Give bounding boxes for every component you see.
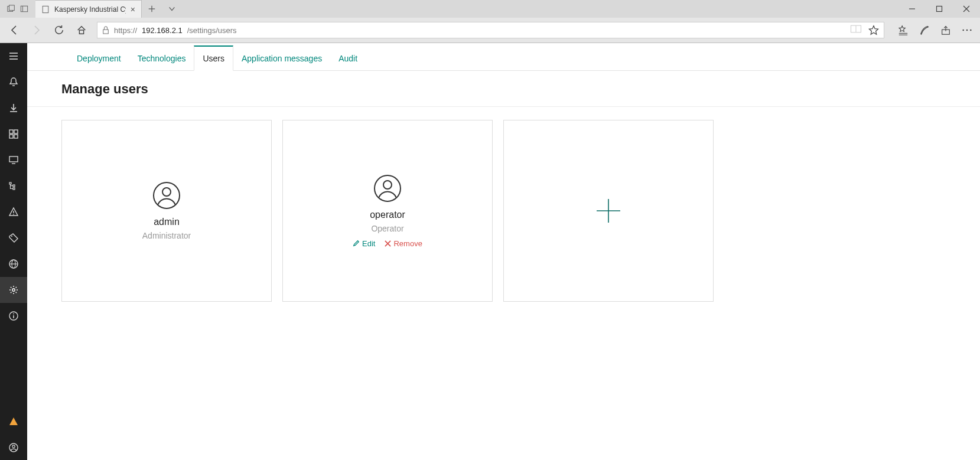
- svg-point-22: [966, 30, 968, 31]
- window-close-button[interactable]: [953, 0, 980, 18]
- tab-audit[interactable]: Audit: [330, 47, 366, 70]
- user-cards: admin Administrator operator Operator Ed…: [27, 107, 980, 315]
- svg-rect-12: [103, 30, 109, 34]
- plus-icon: [595, 197, 622, 224]
- svg-point-42: [13, 214, 14, 215]
- page-icon: [41, 5, 50, 14]
- tab-close-icon[interactable]: ×: [131, 5, 135, 14]
- user-name: admin: [154, 217, 180, 227]
- sidebar-menu-icon[interactable]: [0, 43, 27, 69]
- window-maximize-button[interactable]: [926, 0, 953, 18]
- page-header: Manage users: [27, 71, 980, 107]
- avatar-icon: [152, 181, 181, 210]
- window-controls: [898, 0, 980, 18]
- svg-marker-16: [899, 26, 905, 32]
- svg-rect-11: [79, 30, 83, 34]
- browser-tab[interactable]: Kaspersky Industrial Cyb ×: [35, 0, 142, 18]
- svg-rect-30: [9, 130, 13, 133]
- url-prefix: https://: [114, 26, 137, 35]
- user-role: Operator: [371, 224, 403, 233]
- forward-button[interactable]: [30, 23, 44, 37]
- tab-dropdown-icon[interactable]: [162, 0, 182, 18]
- address-bar[interactable]: https://192.168.2.1/settings/users: [97, 22, 884, 38]
- svg-point-23: [970, 30, 972, 31]
- pencil-icon: [353, 240, 360, 247]
- tab-aside-icons[interactable]: [0, 0, 35, 18]
- tab-users[interactable]: Users: [194, 45, 233, 71]
- svg-rect-37: [13, 185, 15, 187]
- sidebar-download-icon[interactable]: [0, 95, 27, 121]
- browser-chrome: Kaspersky Industrial Cyb × https://192.1…: [0, 0, 980, 43]
- reading-view-icon[interactable]: [851, 25, 861, 33]
- tab-application-messages[interactable]: Application messages: [233, 47, 330, 70]
- favorites-list-icon[interactable]: [897, 25, 909, 35]
- svg-rect-33: [14, 135, 18, 138]
- user-role: Administrator: [142, 231, 191, 240]
- more-icon[interactable]: [961, 25, 973, 35]
- sidebar-info-icon[interactable]: [0, 303, 27, 329]
- svg-point-47: [12, 289, 15, 291]
- sidebar: [0, 43, 27, 460]
- sidebar-tree-icon[interactable]: [0, 173, 27, 199]
- sidebar-tag-icon[interactable]: [0, 225, 27, 251]
- svg-rect-38: [13, 188, 15, 190]
- svg-point-52: [12, 445, 15, 448]
- window-minimize-button[interactable]: [898, 0, 926, 18]
- svg-rect-2: [21, 6, 27, 12]
- svg-point-49: [13, 314, 14, 315]
- sidebar-alert-icon[interactable]: [0, 199, 27, 225]
- user-actions: Edit Remove: [353, 239, 422, 248]
- svg-point-54: [162, 188, 171, 196]
- sidebar-monitor-icon[interactable]: [0, 147, 27, 173]
- user-card-admin[interactable]: admin Administrator: [61, 120, 272, 302]
- back-button[interactable]: [7, 23, 21, 37]
- svg-rect-8: [937, 6, 942, 12]
- settings-tabs: Deployment Technologies Users Applicatio…: [27, 43, 980, 71]
- favorite-star-icon[interactable]: [868, 25, 879, 35]
- svg-point-21: [962, 30, 964, 31]
- page-title: Manage users: [61, 81, 946, 97]
- add-user-card[interactable]: [503, 120, 714, 302]
- lock-icon: [102, 26, 109, 34]
- remove-user-button[interactable]: Remove: [385, 239, 422, 248]
- url-host: 192.168.2.1: [142, 26, 183, 35]
- svg-rect-34: [9, 156, 18, 162]
- svg-rect-32: [9, 135, 13, 138]
- user-card-operator[interactable]: operator Operator Edit Remove: [282, 120, 493, 302]
- refresh-button[interactable]: [52, 23, 66, 37]
- home-button[interactable]: [74, 23, 89, 37]
- sidebar-warning-icon[interactable]: [0, 409, 27, 435]
- tab-technologies[interactable]: Technologies: [129, 47, 194, 70]
- notes-icon[interactable]: [919, 25, 930, 35]
- new-tab-button[interactable]: [142, 0, 162, 18]
- svg-rect-31: [14, 130, 18, 133]
- share-icon[interactable]: [940, 25, 952, 35]
- user-name: operator: [370, 210, 405, 220]
- svg-rect-36: [9, 182, 11, 184]
- main-content: Deployment Technologies Users Applicatio…: [27, 43, 980, 460]
- svg-marker-15: [869, 26, 878, 34]
- browser-nav-bar: https://192.168.2.1/settings/users: [0, 18, 980, 43]
- browser-right-toolbar: [893, 25, 973, 35]
- svg-rect-4: [43, 6, 48, 12]
- sidebar-globe-icon[interactable]: [0, 251, 27, 277]
- edit-user-button[interactable]: Edit: [353, 239, 375, 248]
- sidebar-dashboard-icon[interactable]: [0, 121, 27, 147]
- tab-title: Kaspersky Industrial Cyb: [54, 5, 126, 14]
- tab-deployment[interactable]: Deployment: [69, 47, 129, 70]
- sidebar-user-icon[interactable]: [0, 435, 27, 460]
- sidebar-settings-icon[interactable]: [0, 277, 27, 303]
- url-path: /settings/users: [187, 26, 237, 35]
- edit-label: Edit: [362, 239, 375, 248]
- sidebar-bell-icon[interactable]: [0, 69, 27, 95]
- svg-point-43: [11, 236, 12, 237]
- svg-point-56: [383, 181, 392, 189]
- browser-tab-bar: Kaspersky Industrial Cyb ×: [0, 0, 980, 18]
- remove-label: Remove: [393, 239, 422, 248]
- avatar-icon: [373, 174, 402, 203]
- x-icon: [385, 240, 391, 247]
- svg-rect-1: [9, 5, 15, 11]
- app: Deployment Technologies Users Applicatio…: [0, 43, 980, 460]
